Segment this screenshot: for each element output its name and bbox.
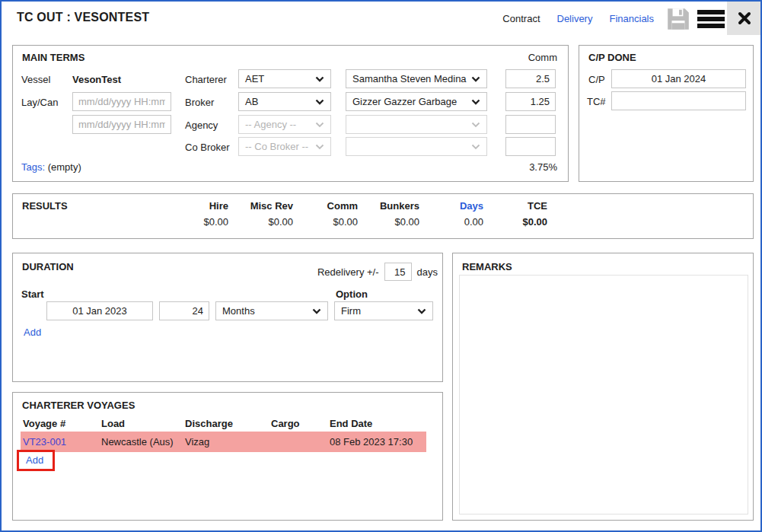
chevron-down-icon	[315, 144, 324, 150]
co-broker-comm-input[interactable]	[505, 137, 556, 156]
top-navigation: Contract Delivery Financials	[502, 13, 654, 24]
vessel-label: Vessel	[21, 74, 50, 85]
duration-option-select[interactable]: Firm	[334, 301, 433, 320]
cp-done-section: C/P DONE C/P TC#	[579, 45, 754, 182]
result-comm: Comm $0.00	[295, 200, 358, 228]
agency-comm-input[interactable]	[505, 115, 556, 134]
agency-select[interactable]: -- Agency --	[238, 115, 331, 134]
laycan-to-input[interactable]	[72, 115, 171, 134]
laycan-from-input[interactable]	[72, 92, 171, 111]
cp-done-title: C/P DONE	[588, 52, 636, 63]
tab-contract[interactable]: Contract	[502, 13, 540, 24]
chevron-down-icon	[471, 122, 480, 128]
agency-label: Agency	[185, 119, 218, 131]
start-column-label: Start	[21, 288, 44, 300]
charterer-voyages-section: CHARTERER VOYAGES Voyage # Load Discharg…	[12, 392, 443, 521]
load-header: Load	[101, 418, 125, 429]
charterer-voyages-title: CHARTERER VOYAGES	[22, 400, 135, 411]
chevron-down-icon	[417, 308, 426, 314]
duration-section: DURATION Redelivery +/- days Start Optio…	[12, 253, 443, 382]
results-title: RESULTS	[22, 200, 68, 212]
voyage-discharge-cell: Vizag	[185, 432, 209, 452]
result-hire: Hire $0.00	[166, 200, 228, 228]
broker-comm-input[interactable]	[505, 92, 556, 111]
close-button[interactable]	[727, 2, 762, 35]
voyage-number-link[interactable]: VT23-001	[23, 432, 66, 452]
tags-value: (empty)	[48, 161, 81, 173]
redelivery-label: Redelivery +/-	[317, 266, 379, 278]
remarks-textarea[interactable]	[459, 275, 748, 514]
laycan-label: Lay/Can	[21, 97, 58, 108]
redelivery-days-input[interactable]	[384, 263, 412, 281]
broker-select[interactable]: AB	[238, 92, 331, 111]
charterer-label: Charterer	[185, 74, 227, 85]
duration-title: DURATION	[22, 261, 74, 272]
charterer-comm-input[interactable]	[505, 69, 556, 88]
duration-start-date-input[interactable]	[46, 301, 153, 320]
co-broker-select[interactable]: -- Co Broker --	[238, 137, 331, 156]
end-date-header: End Date	[330, 418, 372, 429]
redelivery-unit: days	[417, 266, 438, 278]
chevron-down-icon	[315, 122, 324, 128]
result-misc-rev: Misc Rev $0.00	[231, 200, 293, 228]
chevron-down-icon	[471, 99, 480, 105]
tab-financials[interactable]: Financials	[609, 13, 654, 24]
vessel-value: VesonTest	[72, 74, 121, 85]
main-terms-title: MAIN TERMS	[22, 52, 84, 63]
result-days[interactable]: Days 0.00	[421, 200, 483, 228]
page-title: TC OUT : VESONTEST	[17, 11, 149, 24]
tc-number-input[interactable]	[611, 91, 746, 110]
broker-contact-select[interactable]: Gizzer Gazzer Garbage	[346, 92, 487, 111]
tags-link[interactable]: Tags:	[21, 161, 45, 173]
agency-contact-select[interactable]	[346, 115, 487, 134]
chevron-down-icon	[471, 76, 480, 82]
duration-add-link[interactable]: Add	[24, 327, 41, 338]
discharge-header: Discharge	[185, 418, 233, 429]
voyage-load-cell: Newcastle (Aus)	[101, 432, 174, 452]
voyage-table-row[interactable]: VT23-001 Newcastle (Aus) Vizag 08 Feb 20…	[21, 432, 426, 452]
result-bunkers: Bunkers $0.00	[357, 200, 419, 228]
option-column-label: Option	[336, 288, 368, 300]
broker-label: Broker	[185, 97, 214, 108]
add-voyage-link[interactable]: Add	[26, 454, 43, 466]
cargo-header: Cargo	[271, 418, 300, 429]
tc-out-window: TC OUT : VESONTEST Contract Delivery Fin…	[0, 0, 762, 532]
co-broker-label: Co Broker	[185, 142, 230, 153]
remarks-title: REMARKS	[462, 261, 512, 272]
main-terms-section: MAIN TERMS Comm Vessel VesonTest Lay/Can…	[12, 45, 569, 182]
duration-unit-select[interactable]: Months	[215, 301, 328, 320]
chevron-down-icon	[312, 308, 321, 314]
charterer-select[interactable]: AET	[238, 69, 331, 88]
cp-label: C/P	[588, 74, 605, 85]
tab-delivery[interactable]: Delivery	[557, 13, 593, 24]
chevron-down-icon	[471, 144, 480, 150]
menu-icon[interactable]	[697, 8, 725, 30]
voyage-end-date-cell: 08 Feb 2023 17:30	[330, 432, 413, 452]
cp-date-input[interactable]	[611, 69, 746, 88]
chevron-down-icon	[315, 99, 324, 105]
tc-number-label: TC#	[587, 96, 606, 107]
co-broker-contact-select[interactable]	[346, 137, 487, 156]
comm-total: 3.75%	[529, 161, 557, 173]
save-icon[interactable]	[665, 6, 691, 32]
remarks-section: REMARKS	[452, 253, 754, 521]
results-section: RESULTS Hire $0.00 Misc Rev $0.00 Comm $…	[12, 193, 754, 239]
charterer-contact-select[interactable]: Samantha Steven Medina	[346, 69, 487, 88]
comm-column-header: Comm	[528, 52, 557, 63]
voyage-number-header: Voyage #	[23, 418, 65, 429]
close-icon	[737, 11, 752, 26]
result-tce: TCE $0.00	[485, 200, 547, 228]
duration-quantity-input[interactable]	[159, 301, 209, 320]
add-voyage-annotation: Add	[17, 450, 55, 471]
chevron-down-icon	[315, 76, 324, 82]
